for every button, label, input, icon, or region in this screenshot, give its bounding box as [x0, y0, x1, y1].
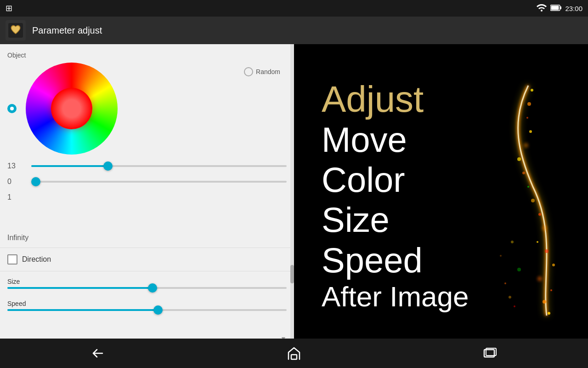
direction-checkbox[interactable] [7, 254, 17, 264]
recents-button[interactable] [472, 343, 509, 363]
top-bar: Parameter adjust [0, 17, 588, 44]
word-afterimage: After Image [322, 280, 469, 313]
speed-label: Speed [7, 300, 287, 307]
size-label: Size [7, 278, 287, 285]
radio-btn-selected[interactable] [7, 104, 17, 113]
speed-slider-track[interactable] [7, 309, 287, 311]
svg-rect-3 [551, 6, 559, 10]
app-title: Parameter adjust [32, 25, 102, 36]
wifi-icon [537, 4, 547, 13]
scroll-indicator [290, 44, 294, 339]
word-size: Size [322, 200, 390, 240]
slider-row-1: 1 [0, 190, 294, 205]
svg-rect-29 [291, 355, 297, 359]
color-radio[interactable] [7, 104, 17, 113]
word-move: Move [322, 120, 407, 160]
infinity-label: Infinity [7, 234, 28, 242]
word-adjust: Adjust [322, 79, 424, 120]
bottom-nav [0, 339, 588, 368]
slider-track-0[interactable] [31, 181, 287, 183]
slider-row-13: 13 [0, 158, 294, 174]
app-icon [6, 20, 26, 40]
status-bar: ⊞ 23:00 [0, 0, 588, 17]
back-button[interactable] [79, 343, 116, 363]
divider-2 [0, 271, 294, 271]
value-1: 1 [7, 193, 26, 201]
slider-fill-13 [31, 165, 108, 167]
random-radio[interactable] [244, 67, 253, 76]
slider-thumb-13[interactable] [103, 161, 113, 171]
value-13: 13 [7, 162, 26, 170]
grid-icon: ⊞ [6, 3, 12, 13]
battery-icon [550, 5, 561, 12]
size-slider-track[interactable] [7, 287, 287, 289]
value-0: 0 [7, 178, 26, 186]
random-label: Random [256, 68, 280, 75]
left-panel: Object Random [0, 44, 294, 348]
size-slider-row: Size [0, 275, 294, 292]
home-button[interactable] [276, 343, 312, 363]
size-slider-fill [7, 287, 153, 289]
text-overlay: Adjust Move Color Size Speed After Image [294, 44, 588, 348]
word-speed: Speed [322, 240, 423, 280]
time-display: 23:00 [565, 5, 582, 12]
svg-rect-2 [560, 6, 561, 9]
main-content: Object Random [0, 44, 588, 348]
speed-slider-thumb[interactable] [153, 305, 163, 315]
slider-row-0: 0 [0, 174, 294, 190]
color-wheel-display[interactable] [26, 63, 118, 155]
slider-track-13[interactable] [31, 165, 287, 167]
word-color: Color [322, 160, 405, 200]
speed-slider-row: Speed [0, 297, 294, 314]
object-label: Object [0, 44, 294, 63]
spacer [0, 205, 294, 228]
radio-btn-inner [10, 107, 14, 110]
color-section: Random [0, 63, 294, 155]
color-wheel[interactable] [26, 63, 118, 155]
slider-thumb-0[interactable] [31, 177, 40, 186]
infinity-row: Infinity [0, 228, 294, 247]
direction-row: Direction [0, 248, 294, 271]
speed-slider-fill [7, 309, 158, 311]
scroll-thumb[interactable] [290, 265, 294, 283]
right-panel: Adjust Move Color Size Speed After Image [294, 44, 588, 348]
svg-point-0 [541, 10, 543, 12]
size-slider-thumb[interactable] [148, 283, 157, 293]
direction-label: Direction [22, 255, 51, 264]
